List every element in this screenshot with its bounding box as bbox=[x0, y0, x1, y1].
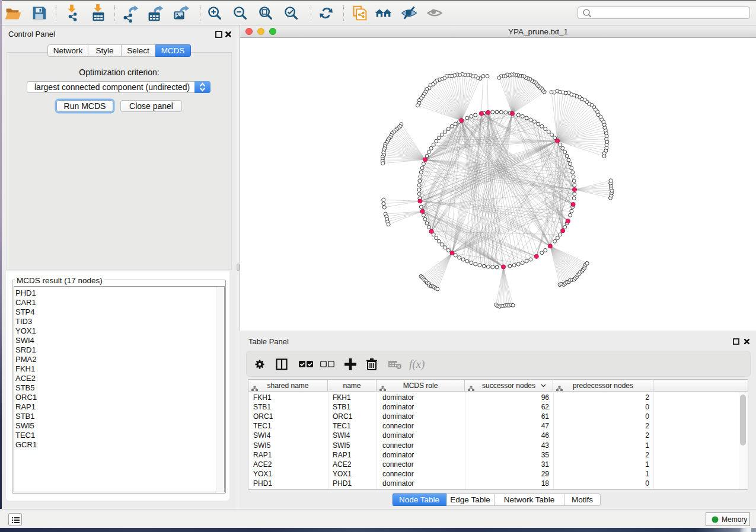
svg-text:f(x): f(x) bbox=[409, 358, 425, 371]
